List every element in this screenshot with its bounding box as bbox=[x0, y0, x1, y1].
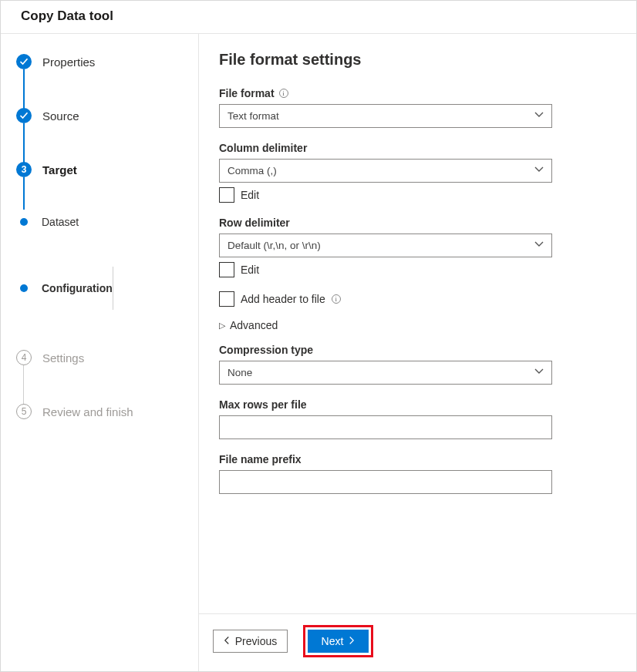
info-icon[interactable]: i bbox=[332, 294, 341, 304]
step-number-icon: 5 bbox=[16, 404, 32, 419]
row-delimiter-label: Row delimiter bbox=[219, 217, 290, 229]
field-file-format: File format i Text format bbox=[219, 87, 616, 128]
window: Copy Data tool Properties Source bbox=[0, 0, 637, 672]
substep-label: Dataset bbox=[42, 216, 79, 228]
step-source[interactable]: Source bbox=[16, 108, 198, 123]
page-title: File format settings bbox=[219, 51, 616, 69]
check-icon bbox=[16, 54, 32, 69]
field-compression: Compression type None bbox=[219, 344, 616, 385]
add-header-label: Add header to file bbox=[241, 293, 325, 305]
connector bbox=[113, 267, 113, 310]
chevron-left-icon bbox=[224, 636, 231, 647]
step-label: Settings bbox=[42, 351, 84, 365]
substep-label: Configuration bbox=[42, 282, 113, 294]
add-header-row: Add header to file i bbox=[219, 291, 616, 307]
step-number-icon: 3 bbox=[16, 162, 32, 177]
connector bbox=[23, 365, 24, 405]
previous-label: Previous bbox=[235, 635, 277, 647]
step-label: Target bbox=[42, 163, 77, 176]
next-highlight: Next bbox=[303, 625, 373, 657]
field-row-delimiter: Row delimiter Default (\r,\n, or \r\n) E… bbox=[219, 217, 616, 277]
column-delimiter-edit-label: Edit bbox=[241, 189, 259, 201]
step-number-icon: 4 bbox=[16, 350, 32, 365]
column-delimiter-value: Comma (,) bbox=[228, 165, 277, 176]
next-label: Next bbox=[322, 635, 344, 647]
info-icon[interactable]: i bbox=[279, 89, 288, 98]
field-prefix: File name prefix bbox=[219, 453, 616, 494]
max-rows-label: Max rows per file bbox=[219, 398, 307, 411]
previous-button[interactable]: Previous bbox=[213, 630, 288, 653]
content: File format settings File format i Text … bbox=[199, 34, 636, 613]
check-icon bbox=[16, 108, 32, 123]
row-delimiter-edit-row: Edit bbox=[219, 262, 616, 277]
dot-icon bbox=[20, 218, 28, 226]
step-label: Source bbox=[42, 109, 79, 123]
connector bbox=[23, 177, 25, 210]
connector bbox=[23, 123, 25, 163]
compression-select[interactable]: None bbox=[219, 361, 552, 385]
advanced-toggle[interactable]: ▷ Advanced bbox=[219, 319, 616, 331]
step-label: Properties bbox=[42, 55, 95, 69]
step-review[interactable]: 5 Review and finish bbox=[16, 404, 198, 419]
prefix-label: File name prefix bbox=[219, 453, 302, 465]
main-panel: File format settings File format i Text … bbox=[199, 34, 636, 671]
substep-configuration[interactable]: Configuration bbox=[16, 267, 198, 310]
connector bbox=[23, 69, 25, 109]
chevron-down-icon bbox=[534, 165, 544, 176]
prefix-input[interactable] bbox=[219, 470, 552, 494]
column-delimiter-edit-checkbox[interactable] bbox=[219, 187, 234, 203]
row-delimiter-select[interactable]: Default (\r,\n, or \r\n) bbox=[219, 234, 552, 257]
dot-icon bbox=[20, 284, 28, 292]
next-button[interactable]: Next bbox=[308, 630, 369, 653]
field-column-delimiter: Column delimiter Comma (,) Edit bbox=[219, 142, 616, 203]
column-delimiter-select[interactable]: Comma (,) bbox=[219, 159, 552, 183]
substep-dataset[interactable]: Dataset bbox=[16, 207, 198, 237]
chevron-down-icon bbox=[534, 110, 544, 122]
chevron-down-icon bbox=[534, 367, 544, 378]
step-settings[interactable]: 4 Settings bbox=[16, 350, 198, 365]
row-delimiter-value: Default (\r,\n, or \r\n) bbox=[228, 240, 321, 251]
column-delimiter-label: Column delimiter bbox=[219, 142, 307, 154]
footer: Previous Next bbox=[199, 613, 636, 671]
row-delimiter-edit-checkbox[interactable] bbox=[219, 262, 234, 277]
column-delimiter-edit-row: Edit bbox=[219, 187, 616, 203]
body: Properties Source 3 Target bbox=[1, 34, 636, 671]
caret-right-icon: ▷ bbox=[219, 321, 225, 331]
add-header-checkbox[interactable] bbox=[219, 291, 234, 307]
max-rows-input[interactable] bbox=[219, 415, 552, 439]
file-format-label: File format bbox=[219, 87, 275, 99]
window-title: Copy Data tool bbox=[21, 8, 113, 23]
file-format-select[interactable]: Text format bbox=[219, 104, 552, 128]
step-properties[interactable]: Properties bbox=[16, 54, 198, 69]
file-format-value: Text format bbox=[228, 110, 279, 122]
chevron-right-icon bbox=[348, 636, 355, 647]
compression-value: None bbox=[228, 367, 252, 378]
advanced-label: Advanced bbox=[230, 319, 278, 331]
compression-label: Compression type bbox=[219, 344, 313, 356]
wizard-sidebar: Properties Source 3 Target bbox=[1, 34, 199, 671]
step-label: Review and finish bbox=[42, 405, 133, 418]
chevron-down-icon bbox=[534, 240, 544, 251]
field-max-rows: Max rows per file bbox=[219, 398, 616, 439]
page-title-bar: Copy Data tool bbox=[1, 1, 636, 34]
row-delimiter-edit-label: Edit bbox=[241, 264, 259, 276]
step-target[interactable]: 3 Target bbox=[16, 162, 198, 177]
